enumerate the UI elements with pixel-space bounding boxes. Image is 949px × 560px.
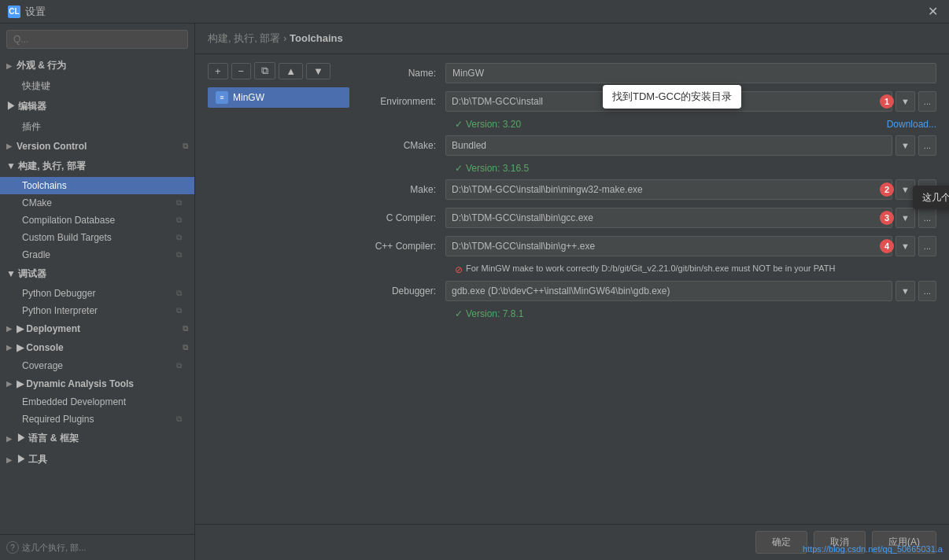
copy-icon-cmake: ⧉: [176, 198, 182, 208]
sidebar-item-debugger-section[interactable]: ▼ 调试器: [0, 263, 194, 285]
make-row: Make: D:\b\TDM-GCC\install\bin\mingw32-m…: [359, 179, 936, 201]
debugger-row: Debugger: gdb.exe (D:\b\devC++\install\M…: [359, 280, 936, 302]
toolchain-list: ≡ MinGW: [208, 87, 349, 108]
watermark: https://blog.csdn.net/qq_50665031.a: [803, 544, 943, 554]
toolchain-content: + − ⧉ ▲ ▼ ≡ MinGW: [195, 54, 949, 524]
remove-toolchain-button[interactable]: −: [231, 63, 252, 79]
title-bar: CL 设置 ✕: [0, 0, 949, 24]
c-compiler-ellipsis-button[interactable]: ...: [918, 208, 936, 228]
make-label: Make:: [359, 184, 445, 195]
debugger-label: Debugger:: [359, 286, 445, 297]
settings-window: CL 设置 ✕ ▶ 外观 & 行为 快捷键 ▶ 编辑器 插件 ▶ Version: [0, 0, 949, 560]
cpp-compiler-ellipsis-button[interactable]: ...: [918, 236, 936, 256]
bottom-text: 这几个执行, 部...: [22, 542, 86, 554]
environment-version-row: ✓ Version: 3.20 Download...: [455, 119, 936, 130]
sidebar-item-required-plugins[interactable]: Required Plugins ⧉: [0, 411, 194, 428]
c-compiler-dropdown-button[interactable]: ▼: [895, 208, 915, 228]
environment-version-check: ✓: [455, 119, 463, 130]
copy-icon-compdb: ⧉: [176, 216, 182, 225]
sidebar-item-toolchains[interactable]: Toolchains: [0, 177, 194, 194]
cmake-label: CMake:: [359, 140, 445, 151]
annotation-tooltip-2: 这几个就再bin目录下找相关文件就行: [913, 186, 949, 209]
cmake-dropdown-button[interactable]: ▼: [895, 135, 915, 156]
cmake-version-row: ✓ Version: 3.16.5: [455, 163, 936, 174]
sidebar-item-tools[interactable]: ▶ ▶ 工具: [0, 449, 194, 470]
main-panel: 构建, 执行, 部署 › Toolchains + − ⧉ ▲ ▼: [195, 24, 949, 560]
debugger-ellipsis-button[interactable]: ...: [918, 281, 936, 301]
toolchain-item-icon: ≡: [216, 91, 228, 104]
debugger-input[interactable]: [445, 281, 892, 301]
download-link[interactable]: Download...: [887, 119, 936, 130]
badge-4: 4: [880, 239, 894, 253]
cpp-compiler-input[interactable]: [445, 236, 892, 256]
sidebar-item-appearance[interactable]: ▶ 外观 & 行为: [0, 55, 194, 76]
move-down-button[interactable]: ▼: [306, 63, 330, 79]
add-toolchain-button[interactable]: +: [208, 63, 228, 79]
sidebar-item-custom-build[interactable]: Custom Build Targets ⧉: [0, 229, 194, 246]
sidebar-item-lang-framework[interactable]: ▶ ▶ 语言 & 框架: [0, 428, 194, 449]
debugger-version-row: ✓ Version: 7.8.1: [455, 308, 936, 319]
debugger-version-check: ✓: [455, 308, 463, 319]
badge-3: 3: [880, 211, 894, 225]
sidebar-item-compilation-db[interactable]: Compilation Database ⧉: [0, 212, 194, 229]
copy-icon-pyinterp: ⧉: [176, 306, 182, 315]
copy-toolchain-button[interactable]: ⧉: [254, 62, 275, 79]
name-value: [445, 63, 936, 83]
make-input[interactable]: [445, 179, 892, 200]
cmake-input[interactable]: [445, 135, 892, 156]
sidebar-item-coverage[interactable]: Coverage ⧉: [0, 357, 194, 374]
environment-dropdown-button[interactable]: ▼: [895, 91, 915, 112]
error-row: ⊘ For MinGW make to work correctly D:/b/…: [455, 263, 936, 275]
copy-icon-console: ⧉: [183, 343, 188, 352]
make-value: D:\b\TDM-GCC\install\bin\mingw32-make.ex…: [445, 179, 936, 200]
badge-1: 1: [880, 94, 894, 109]
sidebar-item-dynamic-analysis[interactable]: ▶ ▶ Dynamic Analysis Tools: [0, 374, 194, 393]
debugger-version: Version: 7.8.1: [466, 308, 523, 319]
c-compiler-input[interactable]: [445, 208, 892, 228]
cmake-row: CMake: Bundled ▼ ...: [359, 134, 936, 157]
move-up-button[interactable]: ▲: [279, 63, 303, 79]
debugger-dropdown-button[interactable]: ▼: [895, 281, 915, 301]
name-row: Name:: [359, 62, 936, 84]
sidebar-item-plugins[interactable]: 插件: [0, 117, 194, 137]
cpp-compiler-dropdown-button[interactable]: ▼: [895, 236, 915, 256]
cpp-compiler-row: C++ Compiler: D:\b\TDM-GCC\install\bin\g…: [359, 235, 936, 257]
sidebar-item-cmake[interactable]: CMake ⧉: [0, 194, 194, 212]
copy-icon-gradle: ⧉: [176, 250, 182, 260]
sidebar-item-python-interpreter[interactable]: Python Interpreter ⧉: [0, 302, 194, 319]
environment-label: Environment:: [359, 96, 445, 107]
sidebar-item-editor[interactable]: ▶ 编辑器: [0, 96, 194, 117]
toolchain-mingw-item[interactable]: ≡ MinGW: [208, 87, 349, 108]
sidebar-item-keymap[interactable]: 快捷键: [0, 76, 194, 96]
copy-icon-deploy: ⧉: [183, 324, 188, 333]
close-button[interactable]: ✕: [925, 4, 941, 19]
sidebar-item-deployment[interactable]: ▶ ▶ Deployment ⧉: [0, 319, 194, 338]
sidebar-item-gradle[interactable]: Gradle ⧉: [0, 246, 194, 263]
form-area: Name: Environment: D:\b\TDM-GCC\install: [359, 62, 936, 324]
environment-version: Version: 3.20: [466, 119, 521, 130]
toolbar: + − ⧉ ▲ ▼: [208, 62, 349, 79]
c-compiler-row: C Compiler: D:\b\TDM-GCC\install\bin\gcc…: [359, 207, 936, 229]
sidebar-item-embedded-dev[interactable]: Embedded Development: [0, 393, 194, 411]
cmake-ellipsis-button[interactable]: ...: [918, 135, 936, 156]
environment-ellipsis-button[interactable]: ...: [918, 91, 936, 112]
copy-icon-pydebug: ⧉: [176, 289, 182, 298]
cpp-compiler-value: D:\b\TDM-GCC\install\bin\g++.exe 4 ▼ ...: [445, 236, 936, 256]
error-icon: ⊘: [455, 264, 463, 275]
c-compiler-value: D:\b\TDM-GCC\install\bin\gcc.exe 3 ▼ ...…: [445, 208, 936, 228]
window-title: 设置: [25, 5, 925, 19]
help-icon[interactable]: ?: [6, 541, 19, 554]
copy-icon-coverage: ⧉: [176, 361, 182, 370]
sidebar-item-build-exec[interactable]: ▼ 构建, 执行, 部署: [0, 156, 194, 177]
main-content: ▶ 外观 & 行为 快捷键 ▶ 编辑器 插件 ▶ Version Control…: [0, 24, 949, 560]
copy-icon-reqplugins: ⧉: [176, 414, 182, 424]
copy-icon-vc: ⧉: [183, 142, 188, 151]
search-input[interactable]: [6, 30, 188, 49]
name-input[interactable]: [445, 63, 936, 83]
annotation-tooltip-1: 找到TDM-GCC的安装目录: [603, 85, 741, 109]
sidebar-item-version-control[interactable]: ▶ Version Control ⧉: [0, 137, 194, 156]
sidebar-item-python-debugger[interactable]: Python Debugger ⧉: [0, 285, 194, 302]
sidebar-item-console[interactable]: ▶ ▶ Console ⧉: [0, 338, 194, 357]
confirm-button[interactable]: 确定: [755, 531, 807, 554]
toolchain-item-name: MinGW: [233, 92, 264, 103]
